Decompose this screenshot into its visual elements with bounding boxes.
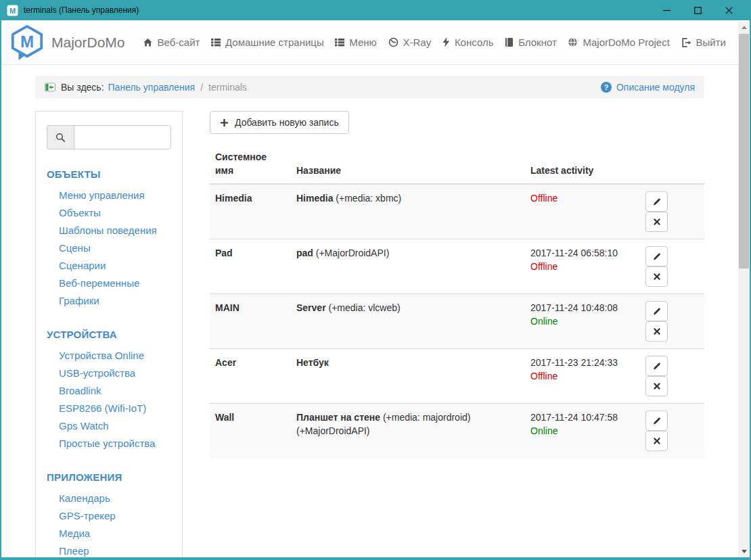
cell-title: Планшет на стене (+media: majordroid) (+… — [291, 403, 525, 458]
minimize-button[interactable] — [651, 0, 682, 20]
sidebar-item-gps-tracker[interactable]: GPS-трекер — [47, 507, 171, 525]
sidebar-section-objects: ОБЪЕКТЫ Меню управления Объекты Шаблоны … — [47, 168, 171, 310]
sidebar-item-player[interactable]: Плеер — [47, 542, 171, 557]
nav-website[interactable]: Веб-сайт — [143, 37, 200, 48]
edit-button[interactable] — [645, 191, 668, 212]
sidebar-item-broadlink[interactable]: Broadlink — [47, 382, 171, 400]
nav-label: Консоль — [455, 37, 494, 48]
breadcrumb-prefix: Вы здесь: — [61, 82, 104, 93]
cell-activity: 2017-11-24 10:47:58 Online — [525, 403, 640, 458]
scrollbar-thumb[interactable] — [739, 34, 749, 269]
main-panel: Добавить новую запись Системное имя Назв… — [210, 111, 704, 458]
brand[interactable]: M MajorDoMo — [9, 24, 125, 61]
cell-activity: 2017-11-24 06:58:10 Offline — [525, 239, 640, 294]
add-record-label: Добавить новую запись — [235, 117, 339, 128]
nav-menu-item[interactable]: Меню — [335, 37, 377, 48]
table-row: Acer Нетбук 2017-11-23 21:24:33 Offline — [210, 348, 704, 403]
nav-notepad[interactable]: Блокнот — [505, 37, 557, 48]
majordomo-logo-icon: M — [9, 24, 45, 61]
cell-activity: 2017-11-23 21:24:33 Offline — [525, 348, 640, 403]
delete-button[interactable] — [645, 212, 668, 232]
svg-text:M: M — [20, 32, 34, 50]
nav-label: Домашние страницы — [225, 37, 324, 48]
search-icon — [55, 133, 66, 143]
module-description-link[interactable]: ? Описание модуля — [601, 82, 695, 93]
scroll-down-button[interactable] — [738, 546, 750, 557]
remove-icon — [653, 218, 661, 226]
cell-title: pad (+MajorDroidAPI) — [291, 239, 525, 294]
sidebar-item-scenes[interactable]: Сцены — [47, 239, 171, 257]
delete-button[interactable] — [645, 321, 668, 342]
edit-button[interactable] — [645, 246, 668, 266]
sidebar-item-simple-devices[interactable]: Простые устройства — [47, 435, 171, 452]
window-border-bottom — [0, 557, 751, 560]
sidebar-item-behavior-templates[interactable]: Шаблоны поведения — [47, 222, 171, 239]
window-body: M MajorDoMo Веб-сайт Домашние страницы — [1, 20, 738, 557]
col-header-title: Название — [291, 145, 525, 184]
remove-icon — [653, 382, 661, 390]
sidebar-item-control-menu[interactable]: Меню управления — [47, 187, 171, 204]
nav-console[interactable]: Консоль — [442, 37, 494, 48]
add-record-button[interactable]: Добавить новую запись — [210, 111, 349, 134]
sidebar-item-usb-devices[interactable]: USB-устройства — [47, 365, 171, 382]
section-title: ОБЪЕКТЫ — [47, 168, 171, 180]
log-out-icon — [681, 38, 691, 47]
cell-system-name: Pad — [210, 239, 291, 294]
sidebar-item-scenarios[interactable]: Сценарии — [47, 257, 171, 275]
edit-button[interactable] — [645, 411, 668, 431]
nav-majordomo-project[interactable]: MajorDoMo Project — [568, 37, 669, 48]
edit-button[interactable] — [645, 301, 668, 321]
globe-icon — [568, 37, 578, 47]
sidebar-item-charts[interactable]: Графики — [47, 292, 171, 310]
sidebar-item-devices-online[interactable]: Устройства Online — [47, 347, 171, 365]
breadcrumb-root-link[interactable]: Панель управления — [108, 82, 196, 93]
delete-button[interactable] — [645, 266, 668, 287]
nav-home-pages[interactable]: Домашние страницы — [211, 37, 324, 48]
sidebar-item-objects[interactable]: Объекты — [47, 204, 171, 222]
sidebar-item-esp8266[interactable]: ESP8266 (Wifi-IoT) — [47, 400, 171, 417]
delete-button[interactable] — [645, 431, 668, 451]
sidebar-item-web-variables[interactable]: Веб-переменные — [47, 275, 171, 292]
close-icon — [725, 7, 733, 14]
cell-actions — [640, 239, 704, 294]
nav-label: Веб-сайт — [158, 37, 200, 48]
sidebar-item-gps-watch[interactable]: Gps Watch — [47, 417, 171, 435]
edit-button[interactable] — [645, 356, 668, 376]
help-icon: ? — [601, 82, 612, 93]
nav-menu: Веб-сайт Домашние страницы Меню — [143, 37, 726, 48]
table-row: Himedia Himedia (+media: xbmc) Offline — [210, 184, 704, 239]
nav-label: MajorDoMo Project — [583, 37, 669, 48]
sidebar-item-media[interactable]: Медиа — [47, 525, 171, 542]
activity-time: 2017-11-24 10:47:58 — [530, 411, 635, 424]
pencil-icon — [652, 416, 662, 425]
cell-system-name: Wall — [210, 403, 291, 458]
sidebar: ОБЪЕКТЫ Меню управления Объекты Шаблоны … — [35, 111, 183, 557]
cell-system-name: Acer — [210, 348, 291, 403]
status-badge: Offline — [530, 369, 635, 383]
nav-label: Меню — [349, 37, 377, 48]
remove-icon — [653, 327, 661, 335]
location-icon — [45, 82, 55, 93]
book-icon — [505, 37, 514, 47]
brand-name: MajorDoMo — [51, 34, 125, 51]
delete-button[interactable] — [645, 376, 668, 396]
nav-logout[interactable]: Выйти — [681, 37, 726, 48]
scroll-up-button[interactable] — [738, 22, 750, 33]
breadcrumb: Вы здесь: Панель управления / terminals … — [35, 76, 704, 99]
close-button[interactable] — [713, 0, 744, 20]
nav-xray[interactable]: X-Ray — [388, 37, 432, 48]
status-badge: Online — [530, 314, 635, 328]
pencil-icon — [652, 306, 662, 316]
vertical-scrollbar[interactable] — [738, 22, 750, 557]
search-input[interactable] — [74, 125, 171, 149]
top-navbar: M MajorDoMo Веб-сайт Домашние страницы — [1, 20, 738, 65]
pencil-icon — [652, 361, 662, 371]
cell-actions — [640, 294, 704, 348]
sidebar-item-calendar[interactable]: Календарь — [47, 490, 171, 507]
dashboard-icon — [388, 37, 399, 47]
maximize-button[interactable] — [682, 0, 713, 20]
col-header-latest-activity: Latest activity — [525, 145, 640, 184]
cell-actions — [640, 403, 704, 458]
section-title: ПРИЛОЖЕНИЯ — [47, 471, 171, 483]
status-badge: Online — [530, 424, 635, 438]
